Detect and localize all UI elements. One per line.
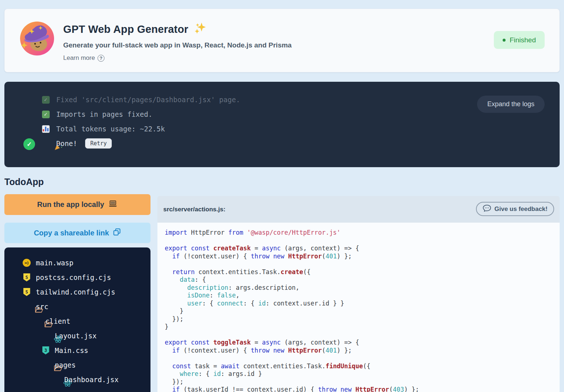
code-line: if (!context.user) { throw new HttpError… [165, 253, 560, 261]
log-line: Done!Retry [4, 136, 560, 151]
status-badge: Finished [494, 31, 545, 49]
file-tree-item-postcss-config-cjs[interactable]: Spostcss.config.cjs [4, 270, 150, 285]
file-name: Main.css [55, 346, 88, 354]
log-line: ✓Imports in pages fixed. [4, 107, 560, 122]
file-tree: =)main.waspSpostcss.config.cjsStailwind.… [4, 247, 150, 392]
code-line: data: { [165, 276, 560, 284]
code-line: user: { connect: { id: context.user.id }… [165, 300, 560, 308]
file-tree-item-client[interactable]: client [4, 314, 150, 328]
code-line [165, 331, 560, 339]
code-content: import HttpError from '@wasp/core/HttpEr… [157, 223, 560, 392]
copy-link-button[interactable]: Copy a shareable link [4, 223, 150, 243]
log-text: Done! [56, 139, 77, 147]
code-line: }); [165, 378, 560, 386]
success-check-icon: ✓ [23, 138, 35, 150]
app-name: TodoApp [4, 177, 44, 187]
js-file-icon: S [23, 273, 30, 281]
file-name: postcss.config.cjs [36, 273, 111, 281]
code-line [165, 354, 560, 362]
learn-more-link[interactable]: Learn more ? [63, 54, 104, 62]
log-text: Fixed 'src/client/pages/Dashboard.jsx' p… [56, 96, 240, 104]
wasp-mascot-logo [19, 21, 55, 56]
file-name: main.wasp [36, 259, 73, 267]
file-tree-item-src[interactable]: src [4, 299, 150, 314]
laptop-icon [108, 200, 118, 209]
retry-button[interactable]: Retry [85, 138, 112, 149]
app-header-card: GPT Web App Generator Generate your full… [4, 9, 560, 72]
file-tree-item-tailwind-config-cjs[interactable]: Stailwind.config.cjs [4, 285, 150, 299]
file-tree-item-main-css[interactable]: 3Main.css [4, 343, 150, 358]
file-name: tailwind.config.cjs [36, 288, 115, 296]
file-tree-item-main-wasp[interactable]: =)main.wasp [4, 255, 150, 270]
file-tree-item-layout-jsx[interactable]: Layout.jsx [4, 328, 150, 343]
css-file-icon: 3 [42, 346, 49, 354]
file-name: src [36, 303, 48, 311]
log-text: Total tokens usage: ~22.5k [56, 125, 165, 133]
file-name: Dashboard.jsx [64, 376, 119, 384]
code-line: }); [165, 315, 560, 323]
code-line: export const toggleTask = async (args, c… [165, 339, 560, 347]
help-icon: ? [98, 55, 104, 62]
feedback-button[interactable]: Give us feedback! [476, 202, 554, 216]
code-line: if (task.userId !== context.user.id) { t… [165, 386, 560, 392]
file-name: client [45, 317, 70, 325]
expand-logs-button[interactable]: Expand the logs [477, 96, 545, 113]
code-line: where: { id: args.id } [165, 370, 560, 378]
current-file-path: src/server/actions.js: [163, 206, 225, 213]
code-line [165, 237, 560, 245]
sparkles-icon [193, 21, 207, 38]
page-subtitle: Generate your full-stack web app in Wasp… [63, 41, 291, 49]
log-line: ✓Fixed 'src/client/pages/Dashboard.jsx' … [4, 92, 560, 107]
code-line: } [165, 323, 560, 331]
code-line: export const createTask = async (args, c… [165, 245, 560, 253]
file-tree-item-pages[interactable]: pages [4, 358, 150, 372]
wasp-file-icon: =) [23, 259, 31, 267]
file-name: pages [55, 361, 76, 369]
speech-bubble-icon [483, 204, 491, 214]
run-app-button[interactable]: Run the app locally [4, 194, 150, 215]
js-file-icon: S [23, 288, 30, 296]
file-name: Layout.jsx [55, 332, 96, 340]
code-line: const task = await context.entities.Task… [165, 362, 560, 370]
bar-chart-emoji-icon [42, 125, 50, 133]
code-panel-header: src/server/actions.js: Give us feedback! [157, 196, 560, 223]
code-line: import HttpError from '@wasp/core/HttpEr… [165, 229, 560, 237]
copy-icon [113, 228, 121, 238]
check-emoji-icon: ✓ [42, 111, 50, 118]
status-dot-icon [503, 39, 506, 42]
code-line: isDone: false, [165, 292, 560, 300]
code-line: return context.entities.Task.create({ [165, 268, 560, 276]
code-line: description: args.description, [165, 284, 560, 292]
check-emoji-icon: ✓ [42, 96, 50, 104]
code-line: if (!context.user) { throw new HttpError… [165, 347, 560, 355]
code-line [165, 260, 560, 268]
generation-log-panel: ✓Fixed 'src/client/pages/Dashboard.jsx' … [4, 82, 560, 167]
code-panel: src/server/actions.js: Give us feedback!… [157, 196, 560, 392]
file-tree-item-dashboard-jsx[interactable]: Dashboard.jsx [4, 372, 150, 387]
log-text: Imports in pages fixed. [56, 110, 152, 118]
page-title: GPT Web App Generator [63, 21, 291, 38]
code-line: } [165, 307, 560, 315]
log-line: Total tokens usage: ~22.5k [4, 122, 560, 136]
